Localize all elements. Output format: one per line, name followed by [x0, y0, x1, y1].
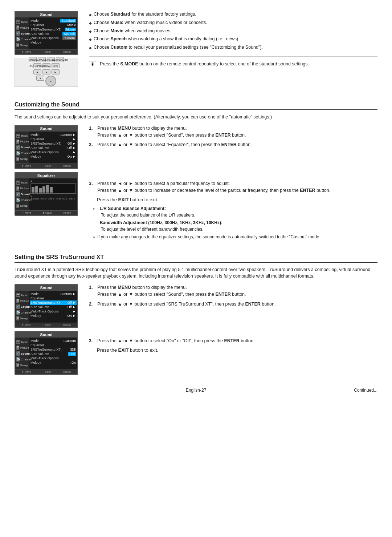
eq-lr-label2: L	[30, 194, 76, 198]
eq-bar-1	[32, 187, 34, 192]
srs-step-3: 3. Press the ▲ or ▼ button to select "On…	[89, 338, 377, 344]
bullet-music: ◆ Choose Music when watching music video…	[89, 19, 377, 26]
sidebar-picture3: 🖼 Picture	[16, 186, 28, 191]
tv-content-srs2: Mode : Custom Equalizer SRSTruSurround X…	[29, 338, 77, 370]
sidebar-channel3: 📡 Channel	[16, 197, 28, 203]
sidebar-sound2: 🔊 Sound	[16, 145, 28, 150]
sidebar-channel: 📡 Channel	[16, 36, 28, 42]
sound-icon: 🔊	[16, 31, 20, 36]
tv-row-melody: Melody	[30, 40, 76, 45]
sidebar-input: 📷 Input	[16, 19, 28, 25]
channel-icon2: 📡	[16, 151, 20, 156]
enter-btn: ●	[45, 76, 56, 86]
tv-row-multi-srs1: Multi-Track Options ►	[30, 309, 76, 314]
eq-freq-labels: Balance 100Hz 300Hz 1KHz 3KHz 10KHz	[30, 198, 76, 200]
srs-step-2: 2. Press the ▲ or ▼ button to select "SR…	[89, 301, 377, 308]
remote-note-text: Press the S.MODE button on the remote co…	[100, 60, 309, 68]
sidebar-channel5: 📡 Channel	[16, 356, 28, 362]
sidebar-setup4: ⚙ Setup	[16, 315, 28, 321]
tv-body-sound: 📷 Input 🖼 Picture 🔊 Sound	[15, 132, 77, 163]
tv-sidebar: 📷 Input 🖼 Picture 🔊 Sound 📡	[15, 17, 29, 49]
remote-note: 📱 Press the S.MODE button on the remote …	[89, 60, 377, 68]
input-icon5: 📷	[16, 340, 20, 344]
tv-row-srs-srs2: SRSTruSurround XT : Off	[30, 347, 76, 352]
srs-spacer	[89, 310, 377, 338]
sidebar-channel2: 📡 Channel	[16, 150, 28, 156]
sound-icon3: 🔊	[16, 192, 20, 197]
eq-lr-label: R	[30, 179, 76, 183]
tv-body-srs2: 📷 Input 🖼 Picture 🔊 Sound	[15, 338, 77, 370]
sound-icon4: 🔊	[16, 304, 20, 309]
remote-note-icon: 📱	[89, 61, 96, 68]
sidebar-channel4: 📡 Channel	[16, 310, 28, 315]
sidebar-sound3: 🔊 Sound	[16, 191, 28, 197]
eq-bar-3	[39, 188, 42, 193]
picture-icon4: 🖼	[16, 299, 19, 303]
sidebar-sound5: 🔊 Sound	[16, 351, 28, 356]
sidebar-picture2: 🖼 Picture	[16, 139, 28, 145]
tv-row-srs2: SRSTruSurround XT: Off ►	[30, 141, 76, 146]
sidebar-input3: 📷 Input	[16, 180, 28, 186]
input-icon4: 📷	[16, 293, 20, 297]
page-number: English-27	[135, 388, 256, 393]
srs-heading: Setting the SRS TruSurround XT	[15, 254, 377, 263]
tv-body: 📷 Input 🖼 Picture 🔊 Sound 📡	[15, 17, 77, 49]
customizing-steps-layout: Sound 📷 Input 🖼 Picture	[15, 125, 377, 241]
sound-icon5: 🔊	[16, 351, 20, 356]
sound-mode-section: Sound 📷 Input 🖼 Picture 🔊 So	[15, 11, 377, 87]
tv-footer-eq: ↔ Move ⬆ Adjust Return	[15, 210, 77, 215]
tv-row-mode-srs1: Mode : Custom ►	[30, 292, 76, 296]
sidebar-sound4: 🔊 Sound	[16, 304, 28, 310]
tv-row-mode2: Mode : Custom ►	[30, 133, 76, 137]
customizing-heading: Customizing the Sound	[15, 101, 377, 110]
input-icon2: 📷	[16, 134, 20, 138]
sidebar-setup5: ⚙ Setup	[16, 362, 28, 368]
channel-icon: 📡	[16, 37, 20, 41]
tv-screen-srs2: Sound 📷 Input 🖼 Picture	[15, 331, 78, 375]
tv-title-srs1: Sound	[15, 285, 77, 291]
tv-title-eq: Equalizer	[15, 173, 77, 178]
press-exit-custom: Press the EXIT button to exit.	[97, 197, 377, 202]
page-content: Sound 📷 Input 🖼 Picture 🔊 So	[15, 11, 377, 393]
tv-row-eq: Equalizer Music	[30, 23, 76, 27]
setup-icon5: ⚙	[16, 363, 19, 367]
sidebar-input5: 📷 Input	[16, 339, 28, 345]
remote-control-image: P.MODE S.MODE P.SIZE S.STRENGTH AUTO.PRO…	[15, 58, 78, 87]
tv-screen-equalizer: Equalizer 📷 Input 🖼 Picture	[15, 172, 78, 216]
tv-row-autovol-srs1: Auto Volume : Off ►	[30, 305, 76, 309]
tv-footer2: ⬆ Move ↵ Enter Return	[15, 163, 77, 168]
custom-step-3: 3. Press the ◄ or ► button to select a p…	[89, 180, 377, 194]
sidebar-setup3: ⚙ Setup	[16, 203, 28, 209]
setup-icon4: ⚙	[16, 316, 19, 320]
srs-tv-screens: Sound 📷 Input 🖼 Picture	[15, 284, 82, 375]
tv-body-eq: 📷 Input 🖼 Picture 🔊 Sound	[15, 178, 77, 210]
add-btn: ADD▲	[42, 63, 50, 68]
eq-bar-2	[35, 186, 38, 193]
tv-row-srs-srs1: SRSTruSurround XT : Off ►	[30, 300, 77, 305]
remote-nav: ◄ ▲ ►	[33, 69, 60, 74]
tv-body-srs1: 📷 Input 🖼 Picture 🔊 Sound	[15, 291, 77, 323]
tv-footer-srs2: ⬆ Move ↵ Enter Return	[15, 370, 77, 374]
remote-top-buttons: P.MODE S.MODE P.SIZE S.STRENGTH	[29, 57, 64, 62]
tv-row-autovol-srs2: Auto Volume : On	[30, 352, 76, 356]
tv-row-eq-srs2: Equalizer	[30, 343, 76, 347]
sidebar-picture: 🖼 Picture	[16, 25, 28, 31]
tv-title-srs2: Sound	[15, 332, 77, 338]
sstrength-btn: S.STRENGTH	[56, 57, 64, 62]
tv-screen-sound-mode: Sound 📷 Input 🖼 Picture 🔊 So	[15, 11, 78, 55]
nav-right: ►	[52, 69, 60, 74]
tv-row-multi: Multi-Track Options Custom	[30, 36, 76, 40]
tv-row-mode-srs2: Mode : Custom	[30, 339, 76, 343]
spacer	[89, 151, 377, 180]
customizing-section: Customizing the Sound The sound settings…	[15, 94, 377, 247]
sound-mode-bullets: ◆ Choose Standard for the standard facto…	[89, 11, 377, 71]
sidebar-picture5: 🖼 Picture	[16, 345, 28, 351]
tv-row-autovol2: Auto Volume : Off ►	[30, 146, 76, 150]
srs-steps-text: 1. Press the MENU button to display the …	[89, 284, 377, 353]
page-footer: English-27 Continued...	[15, 388, 377, 393]
tv-row-melody-srs1: Melody : On ►	[30, 314, 76, 318]
sidebar-setup: ⚙ Setup	[16, 42, 28, 48]
srs-btn: SRS	[52, 63, 60, 68]
tv-screen-srs1: Sound 📷 Input 🖼 Picture	[15, 284, 78, 328]
eq-bar-5	[46, 185, 49, 193]
